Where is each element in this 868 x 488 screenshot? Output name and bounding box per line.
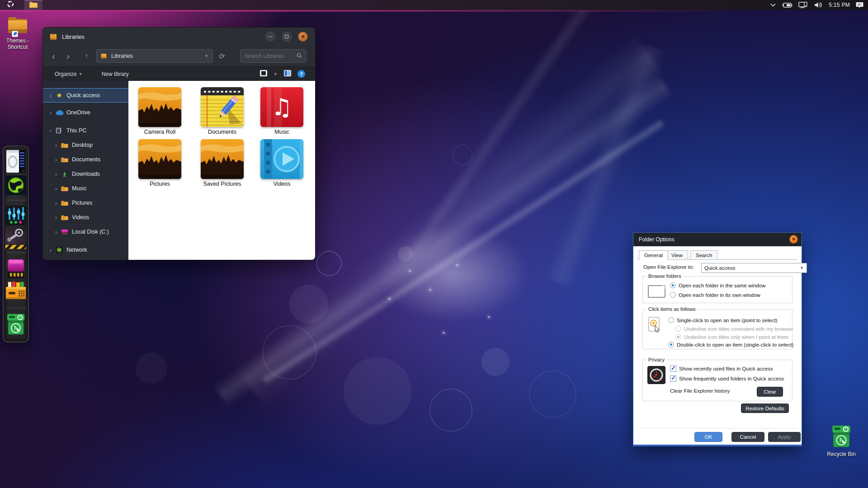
option-double-click[interactable]: Double-click to open an item (single-cli… bbox=[668, 342, 793, 347]
sidebar-item-network[interactable]: › Network bbox=[43, 243, 128, 257]
file-tile-pictures[interactable]: Pictures bbox=[138, 139, 181, 179]
chevron-right-icon[interactable]: › bbox=[53, 142, 59, 149]
sidebar-item-onedrive[interactable]: › OneDrive bbox=[43, 105, 128, 120]
chevron-right-icon[interactable]: › bbox=[47, 247, 54, 253]
sidebar-item-documents[interactable]: › Documents bbox=[43, 152, 128, 167]
chevron-right-icon[interactable]: › bbox=[53, 214, 59, 221]
dock-separator bbox=[7, 252, 25, 253]
new-library-button[interactable]: New library bbox=[102, 71, 129, 77]
back-button[interactable]: ‹ bbox=[52, 52, 55, 61]
explorer-window: Libraries ─ ✕ ‹ › ↑ Libraries ▼ ⟳ bbox=[42, 27, 316, 260]
taskbar-file-explorer-button[interactable] bbox=[24, 0, 42, 10]
folder-options-dialog: Folder Options ✕ General View Search Ope… bbox=[633, 232, 802, 446]
sidebar-item-quick-access[interactable]: › ★ Quick access bbox=[43, 88, 128, 103]
group-privacy: Privacy Show recently used files in Quic… bbox=[642, 360, 793, 401]
address-bar[interactable]: Libraries ▼ bbox=[96, 49, 213, 63]
dock-steam-icon[interactable] bbox=[5, 227, 26, 249]
option-underline-point[interactable]: Underline icon titles only when I point … bbox=[675, 334, 788, 340]
apply-button[interactable]: Apply bbox=[768, 432, 801, 442]
forward-button[interactable]: › bbox=[66, 52, 70, 61]
address-dropdown-chevron-icon[interactable]: ▼ bbox=[204, 54, 208, 58]
clear-button[interactable]: Clear bbox=[757, 387, 783, 397]
window-title: Libraries bbox=[62, 33, 85, 40]
sidebar-item-local-disk-c[interactable]: › Local Disk (C:) bbox=[43, 225, 128, 239]
this-pc-icon bbox=[55, 127, 63, 134]
cast-display-icon[interactable] bbox=[798, 2, 808, 8]
option-single-click[interactable]: Single-click to open an item (point to s… bbox=[668, 317, 777, 323]
radio-off-icon[interactable] bbox=[668, 317, 674, 323]
dialog-close-button[interactable]: ✕ bbox=[789, 235, 798, 244]
chevron-right-icon[interactable]: › bbox=[53, 171, 59, 178]
option-show-frequent[interactable]: Show frequently used folders in Quick ac… bbox=[670, 375, 784, 382]
restore-defaults-button[interactable]: Restore Defaults bbox=[741, 404, 789, 413]
option-show-recent[interactable]: Show recently used files in Quick access bbox=[670, 366, 773, 372]
dock-file-cabinet-icon[interactable] bbox=[5, 281, 26, 303]
search-icon[interactable] bbox=[297, 53, 302, 60]
views-chevron-icon[interactable]: ▼ bbox=[274, 72, 278, 76]
sidebar-item-pictures[interactable]: › Pictures bbox=[43, 196, 128, 210]
checkbox-checked-icon[interactable] bbox=[670, 375, 676, 382]
help-icon[interactable]: ? bbox=[297, 70, 305, 78]
details-pane-icon[interactable] bbox=[283, 70, 292, 78]
search-box[interactable] bbox=[240, 49, 306, 63]
explorer-titlebar[interactable]: Libraries ─ ✕ bbox=[43, 28, 315, 46]
file-tile-videos[interactable]: Videos bbox=[260, 139, 303, 179]
up-button[interactable]: ↑ bbox=[85, 52, 88, 60]
file-tile-camera-roll[interactable]: Camera Roll bbox=[138, 87, 181, 127]
tab-search[interactable]: Search bbox=[690, 250, 717, 260]
minimize-button[interactable]: ─ bbox=[265, 32, 275, 42]
taskbar-clock[interactable]: 5:15 PM bbox=[829, 2, 850, 8]
radio-on-icon[interactable] bbox=[670, 282, 676, 288]
dock-computer-icon[interactable] bbox=[5, 149, 26, 175]
cancel-button[interactable]: Cancel bbox=[731, 432, 764, 442]
dock-usb-drive-icon[interactable] bbox=[5, 259, 26, 282]
dialog-titlebar[interactable]: Folder Options bbox=[633, 233, 802, 246]
option-same-window[interactable]: Open each folder in the same window bbox=[670, 282, 765, 288]
volume-icon[interactable] bbox=[814, 2, 823, 8]
desktop-shortcut-themes[interactable]: Themes - Shortcut bbox=[0, 15, 35, 50]
search-input[interactable] bbox=[241, 53, 291, 59]
radio-on-icon[interactable] bbox=[668, 342, 674, 347]
dock-audio-mixer-icon[interactable] bbox=[5, 206, 26, 227]
tab-general[interactable]: General bbox=[639, 250, 668, 260]
start-button[interactable] bbox=[2, 0, 19, 10]
file-tile-saved-pictures[interactable]: Saved Pictures bbox=[201, 139, 244, 179]
sidebar-item-videos[interactable]: › Videos bbox=[43, 210, 128, 225]
sidebar-item-this-pc[interactable]: › This PC bbox=[43, 123, 128, 138]
organize-menu[interactable]: Organize▼ bbox=[55, 71, 83, 77]
dock-network-globe-icon[interactable] bbox=[5, 175, 26, 197]
dock-recycle-bin-icon[interactable] bbox=[6, 313, 26, 338]
chevron-down-icon[interactable]: › bbox=[47, 127, 54, 134]
file-tile-documents[interactable]: Documents bbox=[201, 87, 244, 127]
chevron-right-icon[interactable]: › bbox=[47, 92, 54, 99]
desktop-recycle-bin[interactable]: Recycle Bin bbox=[824, 425, 859, 457]
sidebar-item-downloads[interactable]: › Downloads bbox=[43, 167, 128, 181]
option-own-window[interactable]: Open each folder in its own window bbox=[670, 292, 760, 298]
chevron-right-icon[interactable]: › bbox=[53, 185, 59, 192]
chevron-right-icon[interactable]: › bbox=[53, 200, 59, 206]
sidebar-item-desktop[interactable]: › Desktop bbox=[43, 138, 128, 152]
tab-view[interactable]: View bbox=[666, 250, 688, 260]
checkbox-checked-icon[interactable] bbox=[670, 366, 676, 372]
star-icon: ★ bbox=[55, 92, 63, 99]
preview-pane-icon[interactable] bbox=[259, 70, 268, 78]
cityscape-thumbnail-icon bbox=[138, 139, 181, 179]
sidebar-item-music[interactable]: › Music bbox=[43, 181, 128, 196]
maximize-button[interactable] bbox=[282, 32, 292, 42]
refresh-button[interactable]: ⟳ bbox=[217, 49, 227, 63]
chevron-right-icon[interactable]: › bbox=[53, 156, 59, 163]
file-tile-music[interactable]: ♫ Music bbox=[260, 87, 303, 127]
battery-icon[interactable] bbox=[782, 2, 793, 8]
radio-disabled-icon bbox=[675, 326, 681, 332]
notifications-icon[interactable] bbox=[856, 2, 863, 9]
radio-off-icon[interactable] bbox=[670, 292, 676, 298]
close-button[interactable]: ✕ bbox=[298, 32, 308, 42]
option-underline-browser[interactable]: Underline icon titles consistent with my… bbox=[675, 326, 793, 332]
cityscape-thumbnail-icon bbox=[201, 139, 244, 179]
ok-button[interactable]: OK bbox=[694, 432, 722, 442]
open-to-dropdown[interactable]: Quick access ▼ bbox=[701, 263, 807, 273]
chevron-right-icon[interactable]: › bbox=[53, 229, 59, 235]
chevron-right-icon[interactable]: › bbox=[47, 109, 54, 116]
folder-icon bbox=[61, 156, 69, 163]
tray-chevron-icon[interactable] bbox=[770, 3, 776, 7]
